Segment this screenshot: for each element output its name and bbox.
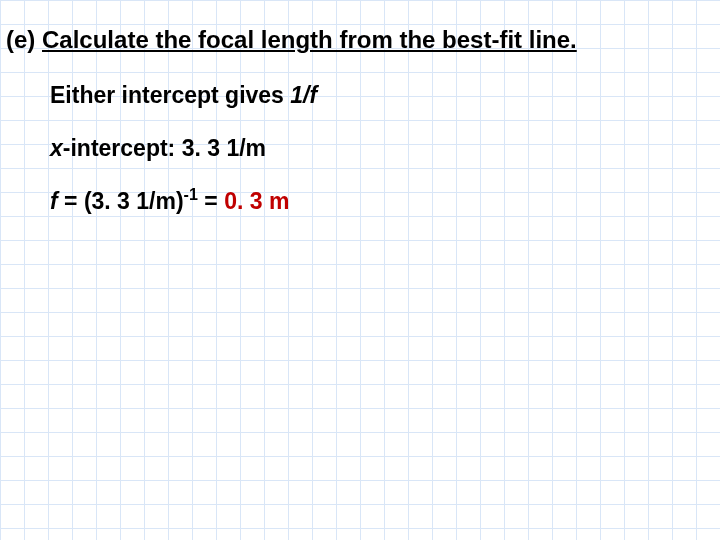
focal-exponent: -1	[184, 185, 198, 203]
intercept-note-value: 1/f	[290, 82, 317, 108]
heading-text: Calculate the focal length from the best…	[42, 26, 577, 53]
intercept-note: Either intercept gives 1/f	[50, 82, 714, 109]
intercept-note-prefix: Either intercept gives	[50, 82, 290, 108]
x-intercept-line: x-intercept: 3. 3 1/m	[50, 135, 714, 162]
focal-lhs: = (3. 3 1/m)	[58, 188, 184, 214]
focal-var: f	[50, 188, 58, 214]
focal-answer: 0. 3 m	[224, 188, 289, 214]
content-area: (e) Calculate the focal length from the …	[0, 0, 720, 540]
x-intercept-var: x	[50, 135, 63, 161]
x-intercept-rest: -intercept: 3. 3 1/m	[63, 135, 266, 161]
focal-length-line: f = (3. 3 1/m)-1 = 0. 3 m	[50, 188, 714, 215]
part-label: (e)	[6, 26, 35, 53]
question-heading: (e) Calculate the focal length from the …	[6, 26, 714, 54]
focal-equals: =	[198, 188, 224, 214]
